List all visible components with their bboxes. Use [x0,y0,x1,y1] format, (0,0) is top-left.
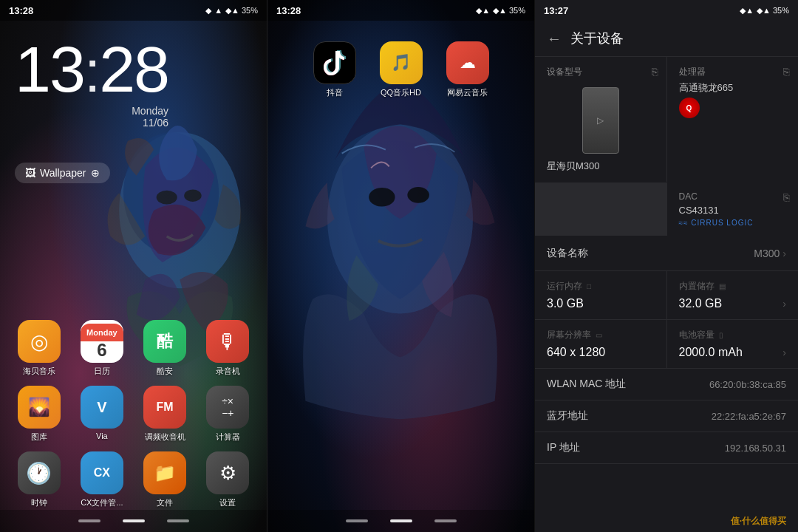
app-kuan[interactable]: 酷 酷安 [138,320,191,377]
device-header: ← 关于设备 [535,21,798,57]
device-name-row[interactable]: 设备名称 M300 › [535,236,798,271]
via-label: Via [96,432,108,440]
svg-point-5 [369,188,395,207]
app-files[interactable]: 📁 文件 [138,451,191,508]
haibeiyinyue-icon: ◎ [18,320,61,363]
bt-label: 蓝牙地址 [547,409,588,423]
left-phone-panel: 13:28 ◆ ▲ ◆▲ 35% 13:28 Monday 11/06 🖼 Wa… [0,0,267,532]
kuan-label: 酷安 [157,366,173,377]
app-cx[interactable]: CX CX文件管... [75,451,129,508]
app-haibeiyinyue[interactable]: ◎ 海贝音乐 [13,320,66,377]
mid-phone-panel: 13:28 ◆▲ ◆▲ 35% 抖音 🎵 QQ音乐HD ☁ 网易云音乐 [267,0,535,532]
battery-label: 电池容量 ▯ [679,329,787,341]
ip-value: 192.168.50.31 [725,443,786,454]
status-icons-right: ◆▲ ◆▲ 35% [740,6,789,16]
ram-icon: □ [587,282,591,290]
app-via[interactable]: V Via [75,386,129,443]
app-qqmusic[interactable]: 🎵 QQ音乐HD [375,41,428,98]
wlan-row: WLAN MAC 地址 66:20:0b:38:ca:85 [535,369,798,400]
app-calc[interactable]: ÷×−+ 计算器 [201,386,254,443]
dac-value: CS43131 [679,205,787,216]
battery-icon: ◆▲ 35% [225,6,258,16]
storage-value: 32.0 GB › [679,297,787,310]
app-row-1: ◎ 海贝音乐 Monday 6 日历 酷 酷安 🎙 录音机 [7,320,259,377]
app-fm[interactable]: FM 调频收音机 [138,386,191,443]
bt-value: 22:22:fa:a5:2e:67 [712,411,786,422]
day-name: Monday [15,105,168,117]
signal-icon-right: ◆▲ [740,6,754,16]
status-time-right: 13:27 [544,5,568,16]
app-settings[interactable]: ⚙ 设置 [201,451,254,508]
device-content[interactable]: 设备型号 ⎘ 星海贝M300 处理器 ⎘ 高通骁龙665 Q [535,57,798,510]
svg-point-6 [407,187,429,203]
copy-icon-dac[interactable]: ⎘ [783,191,789,203]
ram-storage-row: 运行内存 □ 3.0 GB 内置储存 ▤ 32.0 GB › [535,271,798,320]
copy-icon[interactable]: ⎘ [652,66,658,78]
chevron-icon: › [782,248,786,259]
top-apps-row: 抖音 🎵 QQ音乐HD ☁ 网易云音乐 [267,35,534,104]
files-label: 文件 [157,497,173,508]
battery-value: 2000.0 mAh › [679,346,787,359]
ram-label: 运行内存 □ [547,280,655,293]
calendar-label: 日历 [94,366,110,377]
device-name-value: M300 › [754,248,786,259]
app-gallery[interactable]: 🌄 图库 [13,386,66,443]
ip-label: IP 地址 [547,441,580,454]
app-163music[interactable]: ☁ 网易云音乐 [441,41,494,98]
model-label: 设备型号 [547,66,655,78]
battery-mid: ◆▲ 35% [493,6,525,16]
processor-label: 处理器 [679,66,787,78]
clock-colon: : [84,38,99,104]
app-tiktok[interactable]: 抖音 [308,41,361,98]
app-grid: ◎ 海贝音乐 Monday 6 日历 酷 酷安 🎙 录音机 [7,320,259,517]
calc-label: 计算器 [216,432,240,443]
clock-label: 时钟 [31,497,47,508]
via-icon: V [81,386,123,429]
wlan-value: 66:20:0b:38:ca:85 [709,379,786,390]
calendar-icon: Monday 6 [81,320,123,363]
clock-icon: 🕐 [18,451,61,494]
163music-icon: ☁ [446,41,489,84]
app-calendar[interactable]: Monday 6 日历 [75,320,129,377]
bt-row: 蓝牙地址 22:22:fa:a5:2e:67 [535,400,798,432]
dac-card: DAC ⎘ CS43131 ≈≈ CIRRUS LOGIC [667,183,799,236]
device-placeholder [582,87,619,154]
wallpaper-button[interactable]: 🖼 Wallpaper ⊕ [15,163,110,183]
status-icons-left: ◆ ▲ ◆▲ 35% [205,6,258,16]
clock-section: 13:28 Monday 11/06 [15,37,168,129]
copy-icon-proc[interactable]: ⎘ [783,66,789,78]
device-image [547,81,655,160]
fm-icon: FM [143,386,186,429]
wallpaper-label: Wallpaper [40,167,86,179]
ip-row: IP 地址 192.168.50.31 [535,432,798,464]
tiktok-icon [313,41,356,84]
ram-value: 3.0 GB [547,297,655,310]
qqmusic-icon: 🎵 [380,41,423,84]
battery-right: ◆▲ 35% [757,6,789,16]
wlan-label: WLAN MAC 地址 [547,378,626,391]
status-bar-left: 13:28 ◆ ▲ ◆▲ 35% [0,0,267,21]
resolution-cell: 屏幕分辨率 ▭ 640 x 1280 [535,320,666,368]
battery-cell[interactable]: 电池容量 ▯ 2000.0 mAh › [667,320,799,368]
device-name-label: 设备名称 [547,247,588,260]
storage-label: 内置储存 ▤ [679,280,787,293]
wifi-icon: ▲ [214,6,222,15]
recorder-icon: 🎙 [206,320,249,363]
storage-cell[interactable]: 内置储存 ▤ 32.0 GB › [667,271,799,319]
qqmusic-label: QQ音乐HD [381,87,421,98]
battery-chevron: › [782,347,786,358]
ram-cell: 运行内存 □ 3.0 GB [535,271,666,319]
app-clock[interactable]: 🕐 时钟 [13,451,66,508]
app-recorder[interactable]: 🎙 录音机 [201,320,254,377]
back-button[interactable]: ← [547,30,562,47]
page-title: 关于设备 [570,30,624,47]
date-display: 11/06 [15,117,168,129]
model-processor-grid: 设备型号 ⎘ 星海贝M300 处理器 ⎘ 高通骁龙665 Q [535,57,798,182]
status-icons-mid: ◆▲ ◆▲ 35% [476,6,525,16]
svg-point-3 [185,189,202,201]
nav-recents [167,519,189,522]
battery-cell-icon: ▯ [719,331,723,339]
model-value: 星海贝M300 [547,160,655,173]
nav-back-mid [346,519,368,522]
device-info-panel: 13:27 ◆▲ ◆▲ 35% ← 关于设备 设备型号 ⎘ 星海贝M300 [535,0,798,532]
